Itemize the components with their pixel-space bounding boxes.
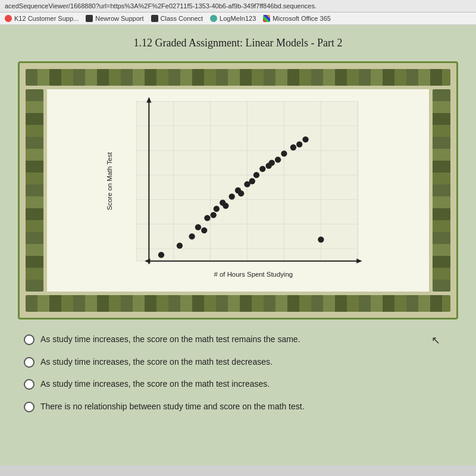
svg-point-32 (238, 190, 244, 196)
deco-right-border (433, 89, 450, 292)
cursor-indicator: ↖ (431, 334, 440, 347)
deco-left-border (26, 89, 43, 292)
radio-3[interactable] (24, 379, 35, 390)
svg-point-23 (195, 224, 201, 230)
classconnect-label: Class Connect (161, 15, 203, 22)
option-item-4[interactable]: There is no relationship between study t… (24, 401, 452, 413)
office-label: Microsoft Office 365 (273, 15, 331, 22)
k12-label: K12 Customer Supp... (14, 15, 79, 22)
bookmarks-bar: K12 Customer Supp...Newrow SupportClass … (0, 12, 476, 25)
graph-area: Score on Math Test # of Hours Spent Stud… (47, 89, 429, 292)
bookmark-classconnect[interactable]: Class Connect (151, 15, 203, 22)
option-text-4: There is no relationship between study t… (40, 401, 305, 413)
chart-container: Score on Math Test # of Hours Spent Stud… (18, 61, 458, 320)
bookmark-k12[interactable]: K12 Customer Supp... (5, 15, 79, 22)
svg-point-34 (249, 178, 255, 184)
svg-text:Score on Math Test: Score on Math Test (106, 152, 113, 210)
svg-point-35 (253, 172, 259, 178)
svg-point-25 (204, 215, 210, 221)
radio-4[interactable] (24, 402, 35, 412)
office-icon (263, 15, 270, 22)
svg-point-29 (223, 203, 228, 209)
address-bar: acedSequenceViewer/1668880?url=https%3A%… (0, 0, 476, 12)
svg-point-39 (275, 156, 281, 162)
bookmark-newrow[interactable]: Newrow Support (86, 15, 143, 22)
newrow-label: Newrow Support (95, 15, 143, 22)
svg-point-42 (296, 141, 302, 147)
option-item-3[interactable]: As study time increases, the score on th… (24, 378, 452, 390)
svg-point-36 (259, 166, 265, 172)
logmein-label: LogMeIn123 (220, 15, 256, 22)
svg-point-21 (177, 243, 183, 249)
option-item-2[interactable]: As study time increases, the score on th… (24, 356, 452, 368)
scatter-plot: Score on Math Test # of Hours Spent Stud… (53, 95, 423, 286)
svg-point-44 (318, 236, 324, 242)
svg-text:# of Hours Spent Studying: # of Hours Spent Studying (214, 271, 293, 278)
scatter-svg: Score on Math Test # of Hours Spent Stud… (53, 95, 423, 286)
svg-point-24 (201, 227, 207, 233)
option-text-3: As study time increases, the score on th… (40, 378, 270, 390)
svg-point-41 (290, 145, 296, 151)
option-item-1[interactable]: As study time increases, the score on th… (24, 334, 452, 346)
svg-point-22 (189, 233, 195, 239)
logmein-icon (210, 15, 217, 22)
svg-point-43 (302, 136, 308, 142)
svg-point-20 (158, 252, 164, 258)
svg-point-38 (269, 159, 275, 165)
bookmark-logmein[interactable]: LogMeIn123 (210, 15, 256, 22)
radio-1[interactable] (24, 334, 35, 345)
svg-point-40 (281, 151, 287, 156)
options-section: As study time increases, the score on th… (18, 334, 458, 412)
svg-marker-14 (146, 97, 151, 102)
main-content: 1.12 Graded Assignment: Linear Models - … (0, 25, 476, 465)
bookmark-office[interactable]: Microsoft Office 365 (263, 15, 331, 22)
newrow-icon (86, 15, 93, 22)
option-text-2: As study time increases, the score on th… (40, 356, 273, 368)
classconnect-icon (151, 15, 158, 22)
page-title: 1.12 Graded Assignment: Linear Models - … (18, 37, 458, 49)
svg-marker-16 (356, 259, 362, 264)
radio-2[interactable] (24, 357, 35, 368)
svg-point-30 (229, 193, 235, 199)
svg-point-27 (214, 206, 220, 212)
svg-point-26 (211, 212, 217, 218)
k12-icon (5, 15, 12, 22)
option-text-1: As study time increases, the score on th… (40, 334, 300, 346)
deco-sides: Score on Math Test # of Hours Spent Stud… (26, 89, 450, 292)
deco-bottom-border (26, 295, 450, 312)
deco-top-border (26, 69, 450, 86)
